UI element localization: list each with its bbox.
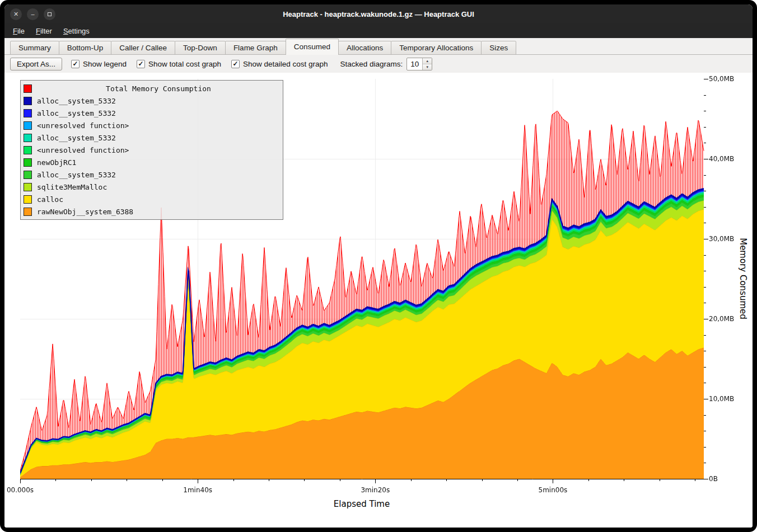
spin-down-icon: ▼ <box>426 65 429 69</box>
menu-settings[interactable]: Settings <box>58 25 95 37</box>
tab-bottom-up[interactable]: Bottom-Up <box>59 41 112 55</box>
export-as-button[interactable]: Export As... <box>10 58 62 70</box>
legend-item: <unresolved function> <box>24 144 280 156</box>
app-window: ✕– Heaptrack - heaptrack.wakunode.1.gz —… <box>4 4 753 528</box>
checkbox-checked-icon[interactable]: ✓ <box>231 60 240 68</box>
legend-swatch <box>24 109 32 117</box>
y-tick-label: 0B <box>709 475 718 483</box>
spin-down-button[interactable]: ▼ <box>423 64 432 70</box>
menu-file[interactable]: File <box>8 25 30 37</box>
maximize-icon <box>48 12 52 16</box>
toolbar-checkboxes: ✓Show legend✓Show total cost graph✓Show … <box>71 60 328 68</box>
legend-swatch <box>24 195 32 204</box>
tab-bar: SummaryBottom-UpCaller / CalleeTop-DownF… <box>4 38 753 55</box>
legend-label: sqlite3MemMalloc <box>37 183 107 191</box>
legend-swatch <box>24 146 32 154</box>
chart-legend: Total Memory Consumptionalloc__system_53… <box>20 80 283 220</box>
legend-item: newObjRC1 <box>24 156 280 168</box>
legend-label: alloc__system_5332 <box>37 97 116 105</box>
x-tick-label: 1min40s <box>183 486 212 494</box>
legend-item: alloc__system_5332 <box>24 95 280 107</box>
y-tick-label: 20,0MB <box>709 315 734 323</box>
legend-swatch <box>24 121 32 130</box>
minimize-icon: – <box>31 11 34 17</box>
checkbox-label: Show detailed cost graph <box>243 60 328 68</box>
legend-label: newObjRC1 <box>37 158 76 167</box>
checkbox-checked-icon[interactable]: ✓ <box>137 60 145 68</box>
legend-label: alloc__system_5332 <box>37 171 116 179</box>
menu-bar: FileFilterSettings <box>4 23 753 38</box>
tab-allocations[interactable]: Allocations <box>338 41 391 55</box>
maximize-button[interactable] <box>44 8 55 20</box>
x-axis-title: Elapsed Time <box>334 499 390 509</box>
menu-filter[interactable]: Filter <box>31 25 57 37</box>
window-title: Heaptrack - heaptrack.wakunode.1.gz — He… <box>4 10 753 18</box>
legend-label: alloc__system_5332 <box>37 109 116 117</box>
legend-item: calloc <box>24 193 280 205</box>
x-tick-label: 3min20s <box>361 486 390 494</box>
y-tick-label: 40,0MB <box>709 155 734 163</box>
y-tick-label: 50,0MB <box>709 75 734 83</box>
spin-up-icon: ▲ <box>426 59 429 63</box>
legend-label: alloc__system_5332 <box>37 134 116 142</box>
checkbox-checked-icon[interactable]: ✓ <box>71 60 80 68</box>
legend-swatch <box>24 208 32 216</box>
legend-item: rawNewObj__system_6388 <box>24 205 280 218</box>
close-icon: ✕ <box>13 11 18 17</box>
legend-label: rawNewObj__system_6388 <box>37 208 133 216</box>
y-tick-label: 10,0MB <box>709 395 734 403</box>
legend-label: <unresolved function> <box>37 121 129 130</box>
tab-caller-callee[interactable]: Caller / Callee <box>111 41 175 55</box>
stacked-diagrams-spinbox[interactable]: 10 ▲ ▼ <box>406 58 432 70</box>
y-tick-label: 30,0MB <box>709 235 734 243</box>
legend-swatch <box>24 97 32 105</box>
window-controls: ✕– <box>10 4 55 23</box>
stacked-diagrams-control: Stacked diagrams: 10 ▲ ▼ <box>340 58 433 70</box>
legend-swatch <box>24 134 32 142</box>
checkbox-label: Show total cost graph <box>148 60 221 68</box>
legend-label: calloc <box>37 195 63 204</box>
legend-title: Total Memory Consumption <box>37 84 280 93</box>
close-button[interactable]: ✕ <box>10 8 22 20</box>
legend-item: alloc__system_5332 <box>24 168 280 181</box>
legend-swatch <box>24 158 32 167</box>
screen-background: ✕– Heaptrack - heaptrack.wakunode.1.gz —… <box>0 0 757 532</box>
legend-label: <unresolved function> <box>37 146 129 154</box>
checkbox-show-detailed-cost-graph[interactable]: ✓Show detailed cost graph <box>231 60 328 68</box>
legend-swatch <box>24 84 32 93</box>
spin-buttons: ▲ ▼ <box>422 58 432 70</box>
legend-swatch <box>24 171 32 179</box>
tab-flame-graph[interactable]: Flame Graph <box>225 41 286 55</box>
legend-item: alloc__system_5332 <box>24 131 280 144</box>
legend-item: sqlite3MemMalloc <box>24 181 280 193</box>
checkbox-label: Show legend <box>83 60 127 68</box>
legend-swatch <box>24 183 32 191</box>
title-bar: ✕– Heaptrack - heaptrack.wakunode.1.gz —… <box>4 4 753 23</box>
checkbox-show-total-cost-graph[interactable]: ✓Show total cost graph <box>137 60 221 68</box>
toolbar: Export As... ✓Show legend✓Show total cos… <box>4 55 753 73</box>
minimize-button[interactable]: – <box>27 8 39 20</box>
tab-top-down[interactable]: Top-Down <box>175 41 226 55</box>
spin-up-button[interactable]: ▲ <box>423 58 432 64</box>
tab-sizes[interactable]: Sizes <box>481 41 516 55</box>
x-tick-label: 00.000s <box>7 486 34 494</box>
stacked-diagrams-label: Stacked diagrams: <box>340 60 403 68</box>
stacked-diagrams-value[interactable]: 10 <box>407 58 422 70</box>
checkbox-show-legend[interactable]: ✓Show legend <box>71 60 127 68</box>
consumed-chart-panel: Total Memory Consumptionalloc__system_53… <box>4 73 753 528</box>
tab-consumed[interactable]: Consumed <box>286 39 339 55</box>
legend-item: alloc__system_5332 <box>24 107 280 119</box>
tab-summary[interactable]: Summary <box>10 41 59 55</box>
x-tick-label: 5min00s <box>539 486 568 494</box>
tab-temporary-allocations[interactable]: Temporary Allocations <box>391 41 482 55</box>
legend-item: <unresolved function> <box>24 119 280 131</box>
legend-title-row: Total Memory Consumption <box>24 82 280 95</box>
y-axis-title: Memory Consumed <box>738 238 748 319</box>
